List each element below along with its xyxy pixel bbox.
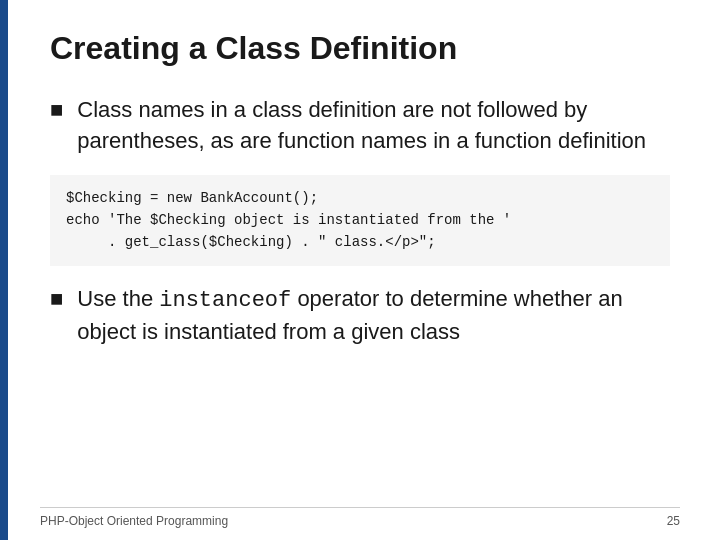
- footer-left-text: PHP-Object Oriented Programming: [40, 514, 228, 528]
- bullet2-prefix: Use the: [77, 286, 159, 311]
- code-line-1: $Checking = new BankAccount();: [66, 190, 318, 206]
- left-border-accent: [0, 0, 8, 540]
- slide-footer: PHP-Object Oriented Programming 25: [40, 507, 680, 528]
- bullet-text-2: Use the instanceof operator to determine…: [77, 284, 680, 348]
- bullet-item-2: ■ Use the instanceof operator to determi…: [40, 284, 680, 348]
- bullet-marker-2: ■: [50, 286, 63, 312]
- bullet-text-1: Class names in a class definition are no…: [77, 95, 680, 157]
- slide-title: Creating a Class Definition: [40, 30, 680, 67]
- bullet-marker-1: ■: [50, 97, 63, 123]
- code-block: $Checking = new BankAccount(); echo 'The…: [50, 175, 670, 266]
- code-line-3: . get_class($Checking) . " class.</p>";: [66, 234, 436, 250]
- footer-page-number: 25: [667, 514, 680, 528]
- bullet-item-1: ■ Class names in a class definition are …: [40, 95, 680, 157]
- code-line-2: echo 'The $Checking object is instantiat…: [66, 212, 511, 228]
- slide: Creating a Class Definition ■ Class name…: [0, 0, 720, 540]
- bullet2-operator: instanceof: [159, 288, 291, 313]
